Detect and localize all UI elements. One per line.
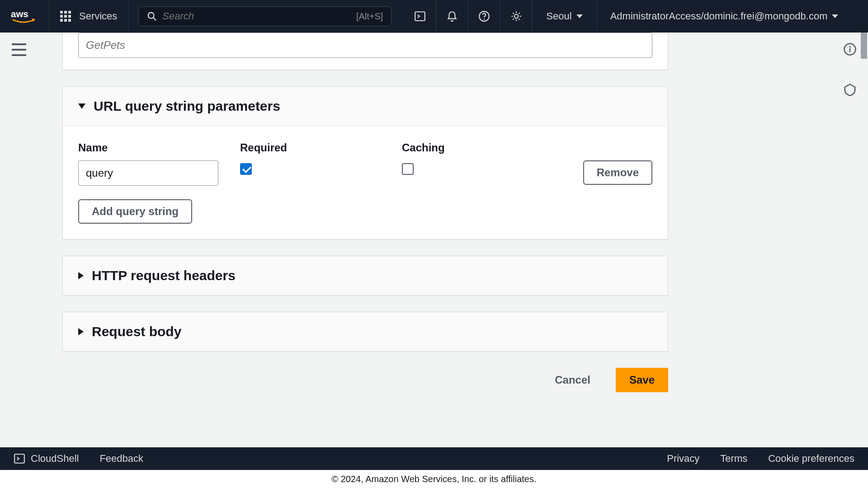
add-query-string-button[interactable]: Add query string bbox=[78, 199, 192, 224]
account-menu[interactable]: AdministratorAccess/dominic.frei@mongodb… bbox=[597, 0, 852, 33]
chevron-down-icon bbox=[576, 14, 583, 18]
query-param-row: Name Required Caching Remove bbox=[78, 141, 652, 186]
cancel-button[interactable]: Cancel bbox=[542, 368, 603, 392]
right-tools bbox=[841, 42, 859, 99]
vertical-scrollbar[interactable] bbox=[860, 33, 868, 447]
svg-point-6 bbox=[514, 14, 519, 19]
required-checkbox[interactable] bbox=[240, 163, 252, 175]
form-actions: Cancel Save bbox=[62, 368, 668, 392]
cloudshell-label: CloudShell bbox=[31, 453, 79, 465]
aws-logo-icon: aws bbox=[11, 7, 36, 25]
url-query-string-header[interactable]: URL query string parameters bbox=[63, 87, 668, 126]
notifications-button[interactable] bbox=[436, 0, 468, 33]
svg-text:aws: aws bbox=[11, 9, 28, 19]
side-nav-toggle[interactable] bbox=[12, 43, 26, 56]
global-search[interactable]: [Alt+S] bbox=[138, 6, 392, 26]
terminal-icon bbox=[414, 10, 426, 22]
info-icon bbox=[843, 42, 857, 56]
section-title: URL query string parameters bbox=[94, 99, 280, 114]
save-button[interactable]: Save bbox=[616, 368, 668, 392]
info-panel-toggle[interactable] bbox=[843, 42, 857, 58]
request-body-header[interactable]: Request body bbox=[63, 312, 668, 351]
search-shortcut: [Alt+S] bbox=[356, 11, 383, 22]
cloudshell-link[interactable]: CloudShell bbox=[14, 453, 79, 465]
column-required-label: Required bbox=[240, 141, 398, 154]
gear-icon bbox=[510, 10, 522, 22]
search-input[interactable] bbox=[162, 10, 351, 22]
column-name-label: Name bbox=[78, 141, 236, 154]
top-navigation: aws Services [Alt+S] bbox=[0, 0, 868, 33]
http-request-headers-panel: HTTP request headers bbox=[62, 256, 668, 296]
remove-button[interactable]: Remove bbox=[583, 160, 652, 185]
operation-name-input[interactable] bbox=[78, 33, 652, 58]
collapse-icon bbox=[78, 103, 85, 109]
feedback-link[interactable]: Feedback bbox=[99, 453, 143, 465]
terms-link[interactable]: Terms bbox=[720, 453, 747, 465]
expand-icon bbox=[78, 272, 84, 279]
svg-point-1 bbox=[148, 13, 154, 19]
footer: CloudShell Feedback Privacy Terms Cookie… bbox=[0, 447, 868, 488]
scrollbar-thumb[interactable] bbox=[861, 33, 867, 59]
column-caching-label: Caching bbox=[402, 141, 524, 154]
cookie-preferences-link[interactable]: Cookie preferences bbox=[768, 453, 854, 465]
caching-checkbox[interactable] bbox=[402, 163, 414, 175]
main-content: URL query string parameters Name Require… bbox=[33, 33, 835, 447]
expand-icon bbox=[78, 328, 84, 335]
help-button[interactable] bbox=[468, 0, 500, 33]
services-label: Services bbox=[79, 10, 117, 22]
region-selector[interactable]: Seoul bbox=[533, 0, 596, 33]
http-request-headers-header[interactable]: HTTP request headers bbox=[63, 256, 668, 295]
shield-icon bbox=[843, 83, 857, 97]
account-label: AdministratorAccess/dominic.frei@mongodb… bbox=[610, 10, 828, 22]
section-title: HTTP request headers bbox=[92, 268, 236, 283]
region-label: Seoul bbox=[546, 10, 571, 22]
help-icon bbox=[478, 10, 490, 22]
security-panel-toggle[interactable] bbox=[843, 83, 857, 99]
cloudshell-icon-button[interactable] bbox=[404, 0, 436, 33]
services-menu[interactable]: Services bbox=[49, 0, 128, 33]
chevron-down-icon bbox=[832, 14, 838, 18]
svg-rect-9 bbox=[849, 48, 851, 52]
aws-logo[interactable]: aws bbox=[11, 0, 49, 33]
search-icon bbox=[147, 11, 157, 21]
terminal-icon bbox=[14, 453, 25, 465]
svg-point-5 bbox=[484, 19, 485, 20]
request-body-panel: Request body bbox=[62, 312, 668, 352]
settings-button[interactable] bbox=[500, 0, 533, 33]
operation-name-panel bbox=[62, 33, 668, 70]
svg-line-2 bbox=[153, 18, 156, 20]
section-title: Request body bbox=[92, 324, 181, 339]
grid-icon bbox=[60, 11, 71, 22]
bell-icon bbox=[446, 10, 458, 22]
privacy-link[interactable]: Privacy bbox=[667, 453, 699, 465]
url-query-string-panel: URL query string parameters Name Require… bbox=[62, 86, 668, 239]
svg-point-8 bbox=[849, 46, 851, 48]
copyright-text: © 2024, Amazon Web Services, Inc. or its… bbox=[331, 474, 536, 484]
param-name-input[interactable] bbox=[78, 160, 218, 186]
